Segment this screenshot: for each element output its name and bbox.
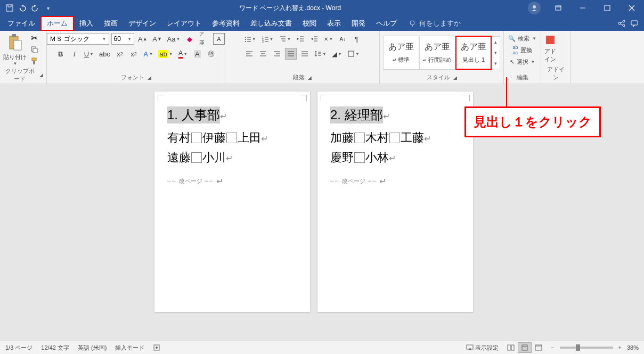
view-web-button[interactable]	[532, 342, 545, 353]
status-mode[interactable]: 挿入モード	[115, 344, 144, 352]
font-size-select[interactable]: 60▼	[111, 33, 135, 45]
clear-format-button[interactable]: ◆	[184, 33, 195, 45]
style-nospace[interactable]: あア亜 ↵ 行間詰め	[419, 36, 455, 70]
ribbon-options-icon[interactable]	[546, 0, 570, 16]
asian-layout-button[interactable]: ✕▼	[322, 33, 335, 45]
tab-file[interactable]: ファイル	[2, 16, 40, 31]
comments-icon[interactable]	[630, 19, 639, 28]
user-avatar[interactable]	[528, 2, 541, 14]
status-page[interactable]: 1/3 ページ	[5, 344, 32, 352]
text-effects-button[interactable]: A▼	[142, 48, 154, 60]
zoom-in-button[interactable]: +	[618, 344, 622, 351]
lightbulb-icon	[409, 20, 416, 27]
maximize-button[interactable]	[595, 0, 619, 16]
cut-button[interactable]: ✂	[29, 33, 39, 43]
redo-icon[interactable]	[31, 4, 39, 12]
styles-gallery-more[interactable]: ▴ ▾ ▾	[492, 36, 500, 69]
distribute-button[interactable]	[299, 48, 311, 60]
char-border-button[interactable]: A	[213, 33, 225, 45]
dialog-launcher-icon[interactable]: ◢	[148, 75, 151, 80]
page1-body[interactable]: 有村伊藤上田↵ 遠藤小川↵	[167, 128, 297, 168]
zoom-slider[interactable]	[560, 347, 613, 349]
dialog-launcher-icon[interactable]: ◢	[39, 72, 43, 78]
shrink-font-button[interactable]: A▼	[151, 33, 163, 45]
status-lang[interactable]: 英語 (米国)	[78, 344, 107, 352]
share-icon[interactable]	[617, 19, 626, 28]
italic-button[interactable]: I	[69, 48, 80, 60]
borders-button[interactable]: ▼	[346, 48, 361, 60]
paste-button[interactable]: 貼り付け ▼	[3, 33, 27, 66]
zoom-thumb[interactable]	[576, 344, 580, 351]
tab-help[interactable]: ヘルプ	[371, 16, 402, 31]
subscript-button[interactable]: x2	[114, 48, 126, 60]
page-1[interactable]: 1. 人事部↵ 有村伊藤上田↵ 遠藤小川↵ ┄┄改ページ┄┄↵	[154, 92, 310, 312]
page1-heading[interactable]: 1. 人事部	[167, 106, 220, 124]
align-center-button[interactable]	[257, 48, 269, 60]
status-words[interactable]: 12/42 文字	[41, 344, 69, 352]
char-shading-button[interactable]: A	[191, 48, 203, 60]
qat-customize-icon[interactable]: ▾	[44, 4, 52, 12]
grow-font-button[interactable]: A▲	[136, 33, 149, 45]
page2-body[interactable]: 加藤木村工藤↵ 慶野小林↵	[330, 128, 460, 168]
chevron-down-icon: ▾	[492, 47, 500, 58]
font-color-button[interactable]: A▼	[177, 48, 190, 60]
svg-point-1	[533, 5, 536, 9]
tab-review[interactable]: 校閲	[297, 16, 322, 31]
view-read-button[interactable]	[504, 342, 518, 353]
tab-home[interactable]: ホーム	[40, 16, 74, 31]
font-name-select[interactable]: ＭＳ ゴシック▼	[47, 33, 109, 45]
show-marks-button[interactable]: ¶	[350, 33, 362, 45]
highlight-button[interactable]: ab▼	[157, 48, 174, 60]
select-button[interactable]: ↖選択▼	[510, 56, 535, 67]
style-normal[interactable]: あア亜 ↵ 標準	[383, 36, 419, 70]
autosave-icon[interactable]	[5, 4, 14, 12]
dialog-launcher-icon[interactable]: ◢	[308, 75, 312, 80]
style-heading1[interactable]: あア亜 見出し 1	[455, 36, 492, 70]
bold-button[interactable]: B	[55, 48, 67, 60]
minimize-button[interactable]	[570, 0, 595, 16]
close-button[interactable]	[619, 0, 644, 16]
shading-button[interactable]: ◢▼	[330, 48, 344, 60]
line-spacing-button[interactable]: ▼	[313, 48, 328, 60]
page2-heading[interactable]: 2. 経理部	[330, 106, 383, 124]
style-preview: あア亜	[425, 42, 450, 53]
page-2[interactable]: 2. 経理部↵ 加藤木村工藤↵ 慶野小林↵ ┄┄改ページ┄┄↵	[317, 92, 473, 312]
bullets-button[interactable]: ▼	[242, 33, 258, 45]
numbering-button[interactable]: 123▼	[260, 33, 275, 45]
tab-view[interactable]: 表示	[322, 16, 346, 31]
replace-button[interactable]: abac置換	[512, 45, 532, 55]
find-button[interactable]: 🔍検索▼	[508, 33, 536, 44]
justify-button[interactable]	[285, 48, 297, 60]
tell-me-search[interactable]: 何をしますか	[409, 19, 461, 28]
change-case-button[interactable]: Aa▼	[166, 33, 182, 45]
strike-button[interactable]: abc	[97, 48, 112, 60]
increase-indent-button[interactable]	[308, 33, 320, 45]
tab-references[interactable]: 参考資料	[207, 16, 245, 31]
tab-design[interactable]: デザイン	[123, 16, 161, 31]
sort-button[interactable]: A↓	[337, 33, 348, 45]
tab-developer[interactable]: 開発	[346, 16, 371, 31]
tab-draw[interactable]: 描画	[99, 16, 123, 31]
tab-layout[interactable]: レイアウト	[161, 16, 207, 31]
tab-mailings[interactable]: 差し込み文書	[245, 16, 297, 31]
text: 小林	[365, 151, 389, 164]
copy-button[interactable]	[29, 45, 39, 54]
tab-insert[interactable]: 挿入	[74, 16, 99, 31]
zoom-value[interactable]: 38%	[627, 344, 639, 351]
underline-button[interactable]: U▼	[83, 48, 95, 60]
align-left-button[interactable]	[243, 48, 255, 60]
macro-icon[interactable]	[153, 344, 160, 352]
multilevel-button[interactable]: ▼	[278, 33, 293, 45]
superscript-button[interactable]: x2	[128, 48, 140, 60]
undo-icon[interactable]	[18, 4, 27, 12]
format-painter-button[interactable]	[29, 56, 39, 66]
phonetic-button[interactable]: ア亜	[198, 33, 211, 45]
align-right-button[interactable]	[271, 48, 283, 60]
display-settings[interactable]: 表示設定	[466, 344, 499, 352]
addin-button[interactable]: アド イン	[544, 35, 556, 63]
decrease-indent-button[interactable]	[295, 33, 306, 45]
enclose-char-button[interactable]: ㊕	[205, 48, 217, 60]
dialog-launcher-icon[interactable]: ◢	[453, 75, 457, 80]
view-print-button[interactable]	[518, 342, 532, 353]
zoom-out-button[interactable]: −	[551, 344, 554, 351]
